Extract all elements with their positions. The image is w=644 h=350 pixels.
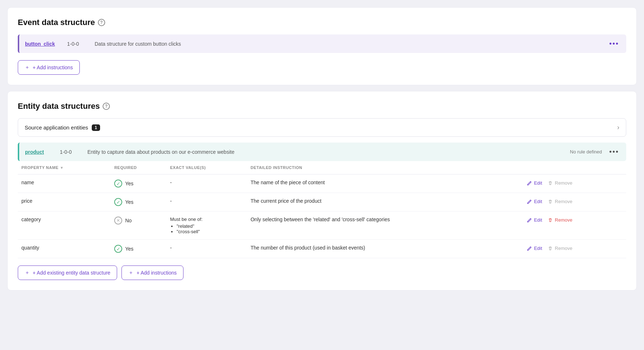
plus-icon: ＋ bbox=[25, 64, 30, 71]
required-label: Yes bbox=[125, 199, 133, 205]
instruction-cell: The current price of the product bbox=[247, 193, 522, 211]
edit-button[interactable]: Edit bbox=[525, 245, 544, 252]
required-cell: ✓Yes bbox=[111, 174, 166, 193]
col-header-required: REQUIRED bbox=[111, 161, 166, 174]
remove-button[interactable]: Remove bbox=[546, 198, 574, 205]
entity-add-instructions-button[interactable]: ＋ + Add instructions bbox=[121, 265, 183, 280]
table-row: price✓Yes-The current price of the produ… bbox=[18, 193, 626, 211]
required-label: No bbox=[125, 218, 132, 223]
required-cell: ✓Yes bbox=[111, 240, 166, 258]
event-add-instructions-button[interactable]: ＋ + Add instructions bbox=[18, 60, 80, 75]
table-row: quantity✓Yes-The number of this product … bbox=[18, 240, 626, 258]
event-version: 1-0-0 bbox=[67, 41, 89, 47]
required-label: Yes bbox=[125, 246, 133, 252]
action-cell: EditRemove bbox=[522, 240, 626, 258]
col-header-actions bbox=[522, 161, 626, 174]
add-existing-entity-button[interactable]: ＋ + Add existing entity data structure bbox=[18, 265, 117, 280]
event-title-text: Event data structure bbox=[18, 18, 95, 27]
required-label: Yes bbox=[125, 181, 133, 186]
instruction-cell: The number of this product (used in bask… bbox=[247, 240, 522, 258]
entity-row: product 1-0-0 Entity to capture data abo… bbox=[18, 143, 626, 161]
property-name-cell: price bbox=[18, 193, 111, 211]
source-app-label: Source application entities 1 bbox=[25, 124, 100, 131]
entity-description: Entity to capture data about products on… bbox=[87, 149, 549, 155]
check-icon: ✓ bbox=[114, 180, 122, 188]
event-help-icon[interactable]: ? bbox=[98, 19, 105, 26]
edit-button[interactable]: Edit bbox=[525, 180, 544, 186]
event-row: button_click 1-0-0 Data structure for cu… bbox=[18, 34, 626, 53]
property-name-cell: quantity bbox=[18, 240, 111, 258]
entity-add-instructions-label: + Add instructions bbox=[136, 270, 177, 276]
instruction-cell: The name of the piece of content bbox=[247, 174, 522, 193]
action-cell: EditRemove bbox=[522, 193, 626, 211]
source-app-text: Source application entities bbox=[25, 124, 88, 131]
action-cell: EditRemove bbox=[522, 174, 626, 193]
event-more-options-button[interactable]: ••• bbox=[608, 40, 620, 48]
instruction-cell: Only selecting between the 'related' and… bbox=[247, 211, 522, 240]
event-section-title: Event data structure ? bbox=[18, 18, 626, 27]
exact-value-cell: Must be one of:"related""cross-sell" bbox=[166, 211, 247, 240]
required-cell: ✓Yes bbox=[111, 193, 166, 211]
entity-more-options-button[interactable]: ••• bbox=[608, 148, 620, 156]
check-icon: ✓ bbox=[114, 245, 122, 253]
properties-table: PROPERTY NAME ▼ REQUIRED EXACT VALUE(S) … bbox=[18, 161, 626, 258]
exact-value-cell: - bbox=[166, 240, 247, 258]
event-description: Data structure for custom button clicks bbox=[95, 41, 602, 47]
entity-data-structure-card: Entity data structures ? Source applicat… bbox=[7, 91, 637, 291]
col-header-detailed-instruction: DETAILED INSTRUCTION bbox=[247, 161, 522, 174]
edit-button[interactable]: Edit bbox=[525, 217, 544, 223]
plus-icon-existing: ＋ bbox=[25, 269, 30, 276]
chevron-right-icon: › bbox=[617, 124, 619, 131]
action-cell: EditRemove bbox=[522, 211, 626, 240]
event-name-link[interactable]: button_click bbox=[25, 41, 61, 47]
no-rule-status: No rule defined bbox=[555, 149, 602, 155]
exact-value-cell: - bbox=[166, 174, 247, 193]
check-icon: ✓ bbox=[114, 198, 122, 206]
entity-help-icon[interactable]: ? bbox=[103, 103, 110, 110]
remove-button[interactable]: Remove bbox=[546, 180, 574, 186]
property-name-cell: category bbox=[18, 211, 111, 240]
property-name-cell: name bbox=[18, 174, 111, 193]
entity-section-title: Entity data structures ? bbox=[18, 102, 626, 111]
entity-name-link[interactable]: product bbox=[25, 149, 54, 155]
remove-button[interactable]: Remove bbox=[546, 245, 574, 252]
x-icon: ✕ bbox=[114, 217, 122, 225]
table-row: name✓Yes-The name of the piece of conten… bbox=[18, 174, 626, 193]
entity-title-text: Entity data structures bbox=[18, 102, 100, 111]
required-cell: ✕No bbox=[111, 211, 166, 240]
add-instructions-label: + Add instructions bbox=[33, 65, 73, 70]
sort-icon: ▼ bbox=[60, 166, 63, 170]
add-existing-label: + Add existing entity data structure bbox=[33, 270, 110, 276]
col-header-exact-values: EXACT VALUE(S) bbox=[166, 161, 247, 174]
entity-version: 1-0-0 bbox=[60, 149, 82, 155]
remove-button[interactable]: Remove bbox=[546, 217, 574, 223]
footer-buttons: ＋ + Add existing entity data structure ＋… bbox=[18, 265, 626, 280]
exact-value-cell: - bbox=[166, 193, 247, 211]
source-application-row[interactable]: Source application entities 1 › bbox=[18, 118, 626, 137]
edit-button[interactable]: Edit bbox=[525, 198, 544, 205]
source-app-count: 1 bbox=[92, 124, 100, 131]
plus-icon-instructions: ＋ bbox=[128, 269, 133, 276]
col-header-property-name: PROPERTY NAME ▼ bbox=[18, 161, 111, 174]
table-row: category✕NoMust be one of:"related""cros… bbox=[18, 211, 626, 240]
event-data-structure-card: Event data structure ? button_click 1-0-… bbox=[7, 7, 637, 85]
